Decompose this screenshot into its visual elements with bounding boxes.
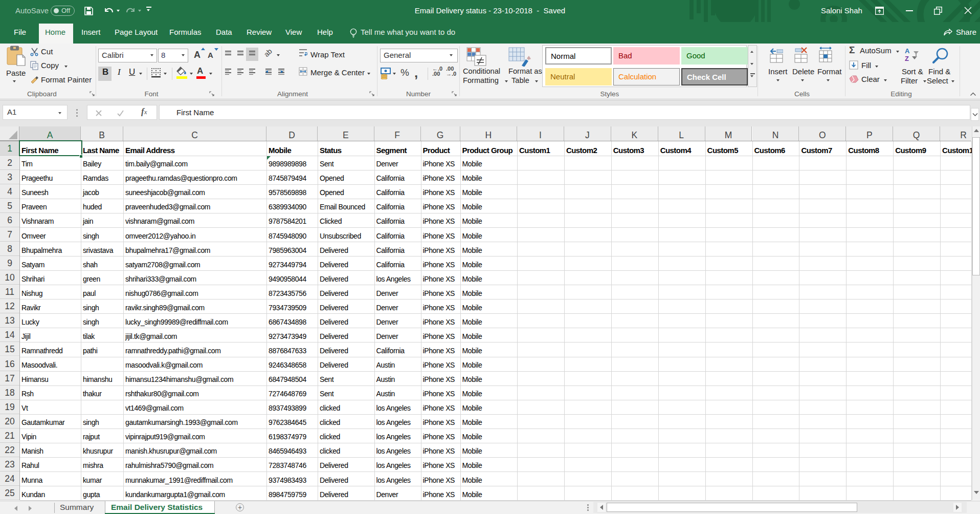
svg-text:Z: Z [905,55,909,62]
svg-text:A: A [905,47,910,55]
